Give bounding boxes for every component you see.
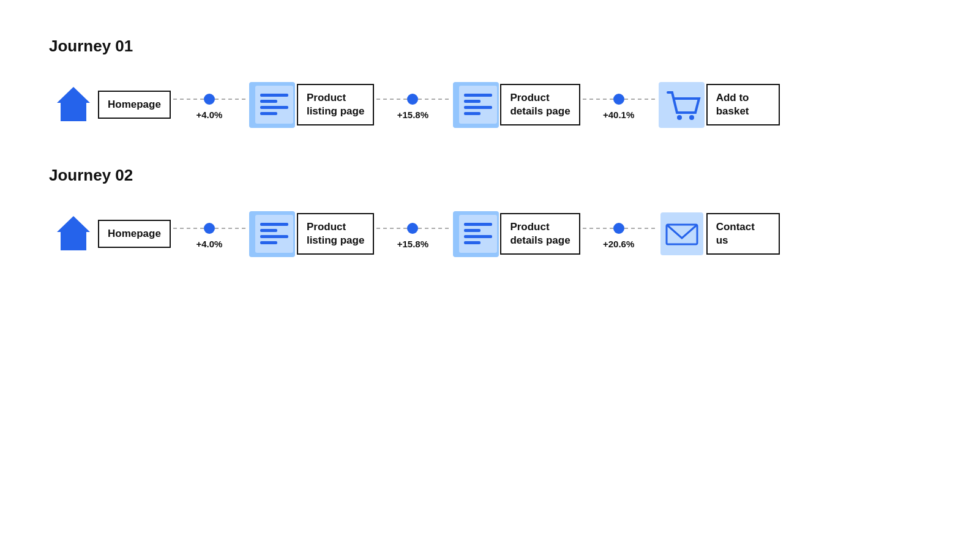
envelope-icon-j2 <box>657 209 706 258</box>
journey-01-section: Journey 01 Homepage +4.0% <box>49 37 931 129</box>
dot-circle <box>407 223 418 234</box>
percent-1-j2: +4.0% <box>196 239 222 249</box>
home-icon-j1 <box>49 80 98 129</box>
node-homepage-j2: Homepage <box>49 209 171 258</box>
contact-label-j2: Contactus <box>706 213 780 255</box>
node-listing-j2: Productlisting page <box>248 209 374 258</box>
listing-label-j2: Productlisting page <box>297 213 374 255</box>
dotted-line <box>624 228 655 229</box>
details-label-j1: Productdetails page <box>500 84 580 125</box>
dotted-line <box>173 228 204 229</box>
homepage-label-j2: Homepage <box>98 220 171 248</box>
node-listing-j1: Productlisting page <box>248 80 374 129</box>
dot-circle <box>613 94 624 105</box>
svg-point-3 <box>689 115 694 120</box>
dotted-line <box>215 99 245 100</box>
connector-3-j2: +20.6% <box>583 219 655 249</box>
list-icon-details-j1 <box>451 80 500 129</box>
svg-point-2 <box>677 115 682 120</box>
node-details-j2: Productdetails page <box>451 209 580 258</box>
dotted-line <box>583 99 613 100</box>
list-icon-j2 <box>248 209 297 258</box>
dotted-line <box>173 99 204 100</box>
basket-label-j1: Add tobasket <box>706 84 780 125</box>
dotted-line <box>376 228 407 229</box>
dot-circle <box>204 94 215 105</box>
node-details-j1: Productdetails page <box>451 80 580 129</box>
connector-1-j1: +4.0% <box>173 90 245 120</box>
homepage-label-j1: Homepage <box>98 91 171 119</box>
dot-circle <box>407 94 418 105</box>
percent-3-j1: +40.1% <box>603 110 634 120</box>
node-contact-j2: Contactus <box>657 209 780 258</box>
dotted-line <box>215 228 245 229</box>
connector-1-j2: +4.0% <box>173 219 245 249</box>
percent-2-j2: +15.8% <box>397 239 428 249</box>
node-basket-j1: Add tobasket <box>657 80 780 129</box>
listing-label-j1: Productlisting page <box>297 84 374 125</box>
percent-2-j1: +15.8% <box>397 110 428 120</box>
home-icon-j2 <box>49 209 98 258</box>
cart-icon-j1 <box>657 80 706 129</box>
percent-1-j1: +4.0% <box>196 110 222 120</box>
percent-3-j2: +20.6% <box>603 239 634 249</box>
connector-2-j1: +15.8% <box>376 90 449 120</box>
connector-2-j2: +15.8% <box>376 219 449 249</box>
svg-rect-5 <box>68 241 79 250</box>
journey-01-flow: Homepage +4.0% <box>49 80 931 129</box>
journey-01-title: Journey 01 <box>49 37 931 56</box>
dotted-line <box>376 99 407 100</box>
journey-02-flow: Homepage +4.0% <box>49 209 931 258</box>
dot-circle <box>204 223 215 234</box>
list-icon-details-j2 <box>451 209 500 258</box>
list-icon-j1 <box>248 80 297 129</box>
svg-rect-1 <box>68 111 79 121</box>
details-label-j2: Productdetails page <box>500 213 580 255</box>
journey-02-section: Journey 02 Homepage +4.0% <box>49 166 931 258</box>
page-container: Journey 01 Homepage +4.0% <box>0 0 980 332</box>
dotted-line <box>583 228 613 229</box>
dotted-line <box>624 99 655 100</box>
dotted-line <box>418 228 449 229</box>
dot-circle <box>613 223 624 234</box>
node-homepage-j1: Homepage <box>49 80 171 129</box>
connector-3-j1: +40.1% <box>583 90 655 120</box>
journey-02-title: Journey 02 <box>49 166 931 185</box>
dotted-line <box>418 99 449 100</box>
